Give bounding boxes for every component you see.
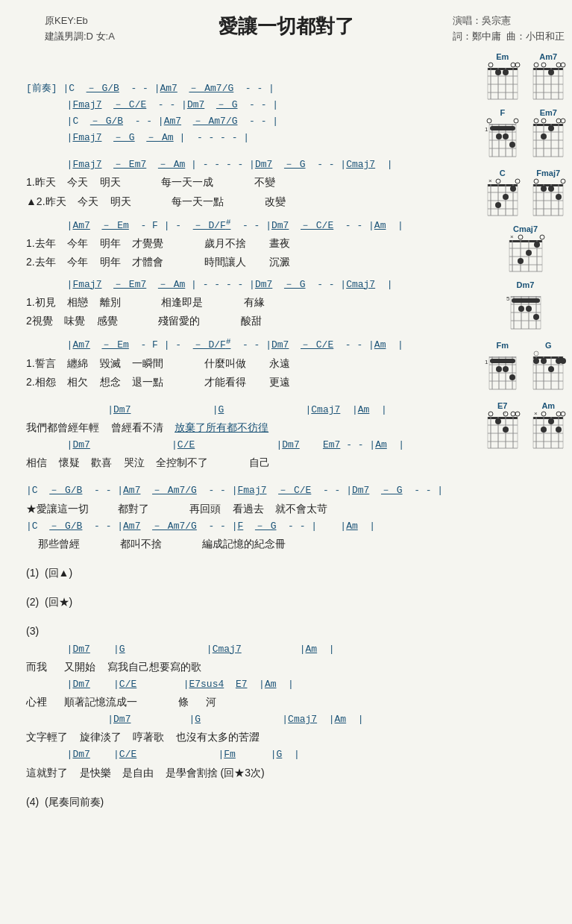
chord-em7: Em7 <box>529 108 569 161</box>
svg-point-80 <box>515 179 520 183</box>
svg-point-197 <box>556 412 561 416</box>
svg-rect-129 <box>512 298 540 303</box>
svg-text:×: × <box>534 411 538 417</box>
svg-text:1: 1 <box>485 359 488 365</box>
lyric-2-1: 1.去年 今年 明年 才覺覺 歲月不捨 晝夜 <box>26 234 494 253</box>
svg-point-14 <box>511 63 515 67</box>
svg-point-97 <box>541 186 547 192</box>
chord-row-4: Cmaj7 × <box>483 224 568 273</box>
em7-diagram <box>530 118 566 161</box>
lyric-3-2: 2視覺 味覺 感覺 殘留愛的 酸甜 <box>26 312 494 330</box>
svg-point-179 <box>511 412 515 416</box>
chord-line-9: |Dm7 |G |Cmaj7 |Am | <box>26 402 494 418</box>
svg-point-47 <box>509 142 515 148</box>
svg-point-198 <box>561 412 565 416</box>
svg-point-200 <box>556 427 562 433</box>
svg-point-165 <box>534 351 538 356</box>
chord-line-5: |Fmaj7 － Em7 － Am | - - - - |Dm7 － G - -… <box>26 157 494 173</box>
svg-point-95 <box>534 179 538 183</box>
chord-am7: Am7 <box>529 52 569 101</box>
chord-line-3: |C － G/B - - |Am7 － Am7/G - - | <box>26 113 494 130</box>
svg-point-99 <box>556 194 562 200</box>
chord-c: C × <box>483 169 523 217</box>
svg-point-12 <box>503 69 509 75</box>
svg-text:1: 1 <box>485 126 488 133</box>
svg-point-164 <box>560 358 566 364</box>
g-diagram <box>530 351 566 394</box>
chord-fm: Fm 1 <box>483 341 523 394</box>
svg-text:5: 5 <box>506 295 510 302</box>
chord-line-8: |Am7 － Em - F | - － D/F# - - |Dm7 － C/E … <box>26 335 494 353</box>
svg-point-199 <box>548 418 554 424</box>
lyric-1-1: 1.昨天 今天 明天 每一天一成 不變 <box>26 173 494 192</box>
svg-point-98 <box>548 186 554 192</box>
svg-point-147 <box>503 366 509 372</box>
lyric-7-2: 心裡 順著記憶流成一 條 河 <box>26 693 494 711</box>
chord-line-15: |Dm7 |G |Cmaj7 |Am | <box>26 711 494 728</box>
lyric-7-1: 而我 又開始 寫我自己想要寫的歌 <box>26 658 494 676</box>
lyric-section-4: (4) (尾奏同前奏) <box>26 793 494 811</box>
lyric-2-2: 2.去年 今年 明年 才體會 時間讓人 沉澱 <box>26 253 494 271</box>
svg-point-131 <box>526 306 532 312</box>
svg-point-112 <box>518 235 523 239</box>
lyric-section-1: (1) (回▲) <box>26 564 494 582</box>
lyric-1-2: ▲2.昨天 今天 明天 每一天一點 改變 <box>26 192 494 211</box>
chord-line-11: |C － G/B - - |Am7 － Am7/G - - |Fmaj7 － C… <box>26 483 494 499</box>
chord-row-7: E7 ○ Am <box>483 401 568 450</box>
svg-point-61 <box>534 119 538 123</box>
chord-line-4: |Fmaj7 － G － Am | - - - - | <box>26 130 494 146</box>
svg-rect-44 <box>490 126 515 131</box>
chord-line-13: |Dm7 |G |Cmaj7 |Am | <box>26 641 494 658</box>
chord-em: Em <box>483 52 523 101</box>
svg-point-160 <box>533 358 539 364</box>
svg-point-66 <box>541 133 547 139</box>
lyric-4-1: 1.誓言 纏綿 毀滅 一瞬間 什麼叫做 永遠 <box>26 354 494 373</box>
chord-line-6: |Am7 － Em - F | - － D/F# - - |Dm7 － C/E … <box>26 216 494 234</box>
lyric-5-2: 相信 懷疑 歡喜 哭泣 全控制不了 自己 <box>26 453 494 472</box>
svg-point-196 <box>541 412 546 416</box>
fm-diagram: 1 <box>485 351 521 394</box>
svg-point-45 <box>496 133 502 139</box>
svg-point-46 <box>503 133 509 139</box>
svg-point-11 <box>495 69 501 75</box>
chord-f: F 1 <box>483 108 523 161</box>
svg-point-130 <box>518 306 524 312</box>
svg-point-113 <box>540 235 544 239</box>
svg-point-177 <box>488 412 493 416</box>
meta-left: 原KEY:Eb 建議男調:D 女:A <box>45 13 115 45</box>
chord-am: Am × <box>529 401 569 450</box>
svg-point-31 <box>548 69 554 75</box>
am-diagram: × <box>530 411 566 450</box>
chord-row-1: Em <box>483 52 568 101</box>
lyric-3-1: 1.初見 相戀 離別 相逢即是 有緣 <box>26 293 494 312</box>
chord-dm7: Dm7 5 <box>483 280 568 333</box>
svg-point-146 <box>496 366 502 372</box>
svg-text:×: × <box>488 178 492 184</box>
svg-text:×: × <box>510 234 514 240</box>
dm7-diagram: 5 <box>506 290 545 333</box>
svg-point-96 <box>561 179 565 183</box>
chord-row-6: Fm 1 G <box>483 341 568 394</box>
lyric-7-3: 文字輕了 旋律淡了 哼著歌 也沒有太多的苦澀 <box>26 728 494 747</box>
svg-point-13 <box>488 63 493 67</box>
svg-point-81 <box>510 186 516 192</box>
lyric-5-1: 我們都曾經年輕 曾經看不清 放棄了所有都不彷徨 <box>26 418 494 437</box>
chord-line-7: |Fmaj7 － Em7 － Am | - - - - |Dm7 － G - -… <box>26 277 494 293</box>
svg-text:○: ○ <box>503 411 506 415</box>
chord-line-14: |Dm7 |C/E |E7sus4 E7 |Am | <box>26 676 494 693</box>
svg-point-132 <box>533 314 539 320</box>
f-diagram: 1 <box>485 118 521 161</box>
chord-row-3: C × Fmaj7 <box>483 169 568 217</box>
chord-line-12: |C － G/B - - |Am7 － Am7/G - - |F － G - -… <box>26 518 494 535</box>
svg-point-82 <box>503 194 509 200</box>
svg-point-30 <box>561 63 565 67</box>
svg-point-180 <box>515 412 520 416</box>
em-diagram <box>485 62 521 101</box>
svg-point-201 <box>541 427 547 433</box>
e7-diagram: ○ <box>485 411 521 450</box>
svg-rect-145 <box>490 359 515 363</box>
svg-point-162 <box>548 366 554 372</box>
svg-point-63 <box>556 119 561 123</box>
chord-row-5: Dm7 5 <box>483 280 568 333</box>
lyric-7-4: 這就對了 是快樂 是自由 是學會割捨 (回★3次) <box>26 764 494 782</box>
